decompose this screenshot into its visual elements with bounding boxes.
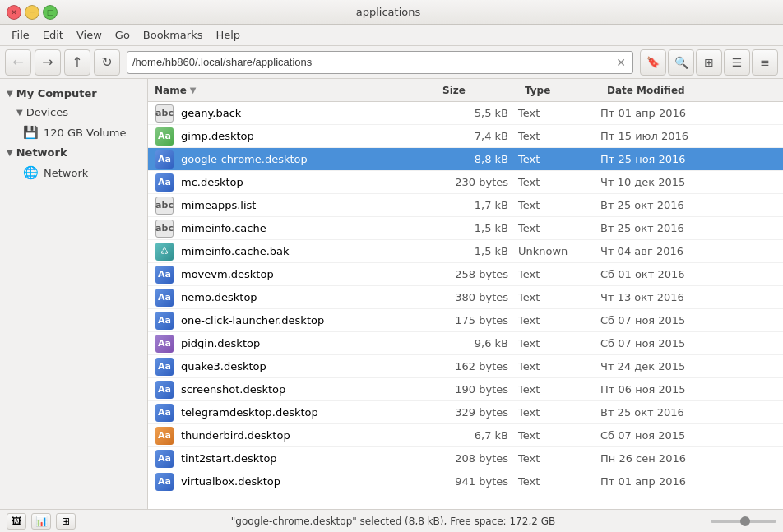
file-icon: Aa bbox=[148, 312, 181, 330]
file-icon: Aa bbox=[148, 335, 181, 353]
menu-edit[interactable]: Edit bbox=[36, 27, 70, 43]
file-icon: Aa bbox=[148, 381, 181, 399]
menu-help[interactable]: Help bbox=[209, 27, 247, 43]
file-type: Text bbox=[518, 268, 600, 280]
search-button[interactable]: 🔍 bbox=[668, 49, 694, 76]
file-date: Сб 07 ноя 2015 bbox=[600, 337, 783, 349]
table-row[interactable]: Aa one-click-launcher.desktop 175 bytes … bbox=[148, 309, 783, 332]
table-row[interactable]: Aa tint2start.desktop 208 bytes Text Пн … bbox=[148, 447, 783, 470]
file-size: 8,8 kB bbox=[436, 153, 518, 165]
minimize-button[interactable]: ─ bbox=[25, 5, 39, 20]
slider-thumb[interactable] bbox=[740, 516, 750, 526]
file-type: Text bbox=[518, 452, 600, 465]
sidebar: ▼ My Computer ▼ Devices 💾 120 GB Volume … bbox=[0, 79, 148, 509]
network-arrow-icon: ▼ bbox=[7, 148, 13, 157]
back-button[interactable]: ← bbox=[5, 49, 31, 76]
sidebar-my-computer-label: My Computer bbox=[16, 87, 97, 99]
table-row[interactable]: Aa quake3.desktop 162 bytes Text Чт 24 д… bbox=[148, 355, 783, 378]
file-icon: abc bbox=[148, 220, 181, 238]
status-btn-2[interactable]: 📊 bbox=[31, 513, 51, 530]
file-date: Чт 13 окт 2016 bbox=[600, 291, 783, 303]
file-name: virtualbox.desktop bbox=[181, 475, 436, 488]
status-text: "google-chrome.desktop" selected (8,8 kB… bbox=[231, 516, 555, 527]
address-bar[interactable]: ✕ bbox=[127, 51, 633, 74]
table-row[interactable]: Aa google-chrome.desktop 8,8 kB Text Пт … bbox=[148, 148, 783, 171]
up-button[interactable]: ↑ bbox=[64, 49, 90, 76]
file-date: Чт 04 авг 2016 bbox=[600, 245, 783, 257]
bookmark-button[interactable]: 🔖 bbox=[640, 49, 666, 76]
status-btn-3[interactable]: ⊞ bbox=[56, 513, 76, 530]
reload-button[interactable]: ↻ bbox=[94, 49, 120, 76]
sidebar-devices[interactable]: ▼ Devices bbox=[0, 103, 147, 122]
file-date: Чт 24 дек 2015 bbox=[600, 360, 783, 372]
file-type: Text bbox=[518, 475, 600, 488]
table-row[interactable]: Aa thunderbird.desktop 6,7 kB Text Сб 07… bbox=[148, 424, 783, 447]
window-controls[interactable]: ✕ ─ □ bbox=[7, 5, 58, 20]
col-header-size[interactable]: Size bbox=[436, 82, 518, 98]
table-row[interactable]: abc mimeinfo.cache 1,5 kB Text Вт 25 окт… bbox=[148, 217, 783, 240]
file-name: tint2start.desktop bbox=[181, 452, 436, 465]
file-type: Text bbox=[518, 360, 600, 372]
col-header-name[interactable]: Name ▼ bbox=[148, 82, 436, 98]
table-row[interactable]: abc mimeapps.list 1,7 kB Text Вт 25 окт … bbox=[148, 194, 783, 217]
file-date: Пт 01 апр 2016 bbox=[600, 475, 783, 488]
table-row[interactable]: Aa mc.desktop 230 bytes Text Чт 10 дек 2… bbox=[148, 171, 783, 194]
zoom-slider[interactable] bbox=[711, 520, 776, 523]
table-row[interactable]: Aa nemo.desktop 380 bytes Text Чт 13 окт… bbox=[148, 286, 783, 309]
close-button[interactable]: ✕ bbox=[7, 5, 21, 20]
file-size: 1,7 kB bbox=[436, 199, 518, 211]
view-list-button[interactable]: ☰ bbox=[724, 49, 750, 76]
file-name: mimeapps.list bbox=[181, 199, 436, 211]
maximize-button[interactable]: □ bbox=[43, 5, 58, 20]
table-row[interactable]: Aa virtualbox.desktop 941 bytes Text Пт … bbox=[148, 470, 783, 493]
file-date: Пн 26 сен 2016 bbox=[600, 452, 783, 465]
file-date: Чт 10 дек 2015 bbox=[600, 176, 783, 188]
sidebar-network-section-label: Network bbox=[16, 146, 67, 159]
table-row[interactable]: Aa pidgin.desktop 9,6 kB Text Сб 07 ноя … bbox=[148, 332, 783, 355]
col-header-date[interactable]: Date Modified bbox=[600, 82, 783, 98]
col-date-label: Date Modified bbox=[607, 85, 685, 96]
table-row[interactable]: Aa gimp.desktop 7,4 kB Text Пт 15 июл 20… bbox=[148, 125, 783, 148]
file-size: 162 bytes bbox=[436, 360, 518, 372]
file-size: 230 bytes bbox=[436, 176, 518, 188]
table-row[interactable]: ♺ mimeinfo.cache.bak 1,5 kB Unknown Чт 0… bbox=[148, 240, 783, 263]
menu-go[interactable]: Go bbox=[109, 27, 137, 43]
table-row[interactable]: Aa screenshot.desktop 190 bytes Text Пт … bbox=[148, 378, 783, 401]
menu-file[interactable]: File bbox=[5, 27, 36, 43]
address-clear-icon[interactable]: ✕ bbox=[614, 56, 628, 69]
file-name: mc.desktop bbox=[181, 176, 436, 188]
file-name: geany.back bbox=[181, 107, 436, 119]
menu-bookmarks[interactable]: Bookmarks bbox=[137, 27, 210, 43]
file-icon: Aa bbox=[148, 173, 181, 192]
window-title: applications bbox=[58, 6, 719, 18]
file-name: screenshot.desktop bbox=[181, 383, 436, 396]
sidebar-my-computer[interactable]: ▼ My Computer bbox=[0, 84, 147, 103]
file-date: Сб 07 ноя 2015 bbox=[600, 314, 783, 326]
drive-icon: 💾 bbox=[23, 125, 39, 140]
view-grid-button[interactable]: ⊞ bbox=[696, 49, 722, 76]
file-icon: Aa bbox=[148, 404, 181, 422]
col-size-label: Size bbox=[442, 85, 466, 96]
col-type-label: Type bbox=[525, 85, 550, 96]
address-input[interactable] bbox=[132, 56, 614, 68]
file-name: movevm.desktop bbox=[181, 268, 436, 280]
file-size: 380 bytes bbox=[436, 291, 518, 303]
col-header-type[interactable]: Type bbox=[518, 82, 600, 98]
file-size: 175 bytes bbox=[436, 314, 518, 326]
sidebar-network-section[interactable]: ▼ Network bbox=[0, 143, 147, 162]
menu-view[interactable]: View bbox=[70, 27, 109, 43]
file-date: Пт 01 апр 2016 bbox=[600, 107, 783, 119]
status-btn-1[interactable]: 🖼 bbox=[7, 513, 26, 530]
slider-track[interactable] bbox=[711, 520, 776, 523]
forward-button[interactable]: → bbox=[35, 49, 61, 76]
file-size: 9,6 kB bbox=[436, 337, 518, 349]
arrow-icon: ▼ bbox=[7, 89, 13, 98]
view-compact-button[interactable]: ≡ bbox=[752, 49, 778, 76]
table-row[interactable]: Aa telegramdesktop.desktop 329 bytes Tex… bbox=[148, 401, 783, 424]
file-icon: abc bbox=[148, 104, 181, 123]
file-size: 258 bytes bbox=[436, 268, 518, 280]
sidebar-item-120gb[interactable]: 💾 120 GB Volume bbox=[3, 123, 144, 142]
table-row[interactable]: Aa movevm.desktop 258 bytes Text Сб 01 о… bbox=[148, 263, 783, 286]
sidebar-item-network[interactable]: 🌐 Network bbox=[3, 163, 144, 183]
table-row[interactable]: abc geany.back 5,5 kB Text Пт 01 апр 201… bbox=[148, 102, 783, 125]
